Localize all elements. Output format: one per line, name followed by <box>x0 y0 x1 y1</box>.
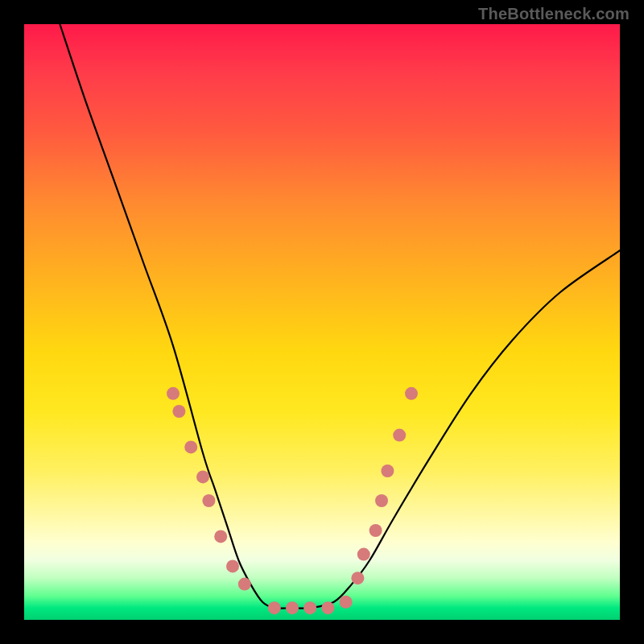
marker-dot <box>375 494 388 507</box>
marker-dot <box>405 387 418 400</box>
marker-dot <box>357 548 370 561</box>
marker-dot <box>172 405 185 418</box>
marker-dot <box>202 494 215 507</box>
marker-dot <box>369 524 382 537</box>
curve-svg <box>24 24 620 620</box>
marker-dot <box>167 387 180 400</box>
marker-dot <box>214 530 227 543</box>
watermark-text: TheBottleneck.com <box>478 5 630 23</box>
marker-dot <box>226 559 239 572</box>
chart-frame: TheBottleneck.com <box>0 0 644 644</box>
marker-dot <box>184 440 197 453</box>
bottleneck-curve <box>60 24 620 609</box>
marker-dot <box>340 596 353 609</box>
marker-dot <box>381 464 394 477</box>
marker-dot <box>393 429 406 442</box>
curve-markers <box>167 387 418 614</box>
marker-dot <box>268 601 281 614</box>
marker-dot <box>286 601 299 614</box>
marker-dot <box>303 601 316 614</box>
marker-dot <box>351 572 364 584</box>
plot-area <box>24 24 620 620</box>
marker-dot <box>238 578 251 591</box>
marker-dot <box>196 470 209 483</box>
marker-dot <box>321 601 334 614</box>
